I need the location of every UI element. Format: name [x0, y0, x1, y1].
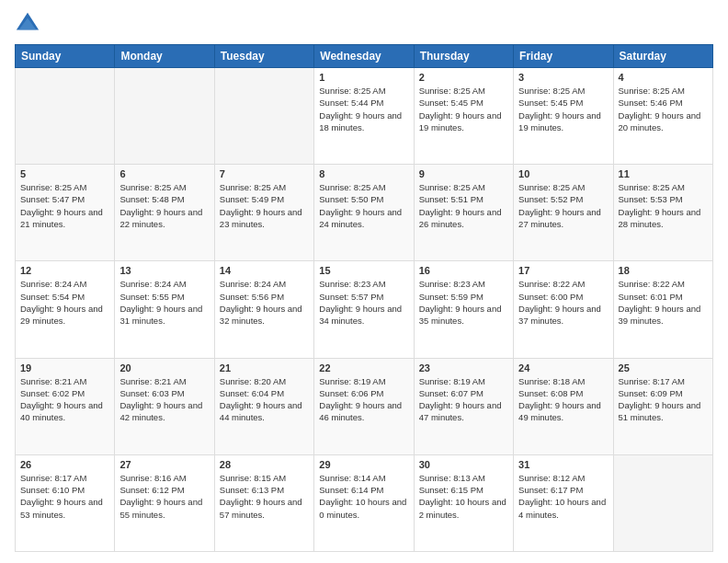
- calendar-cell: 6Sunrise: 8:25 AMSunset: 5:48 PMDaylight…: [115, 165, 214, 261]
- calendar-cell: 30Sunrise: 8:13 AMSunset: 6:15 PMDayligh…: [414, 454, 513, 551]
- day-number: 31: [518, 459, 608, 470]
- week-row-1: 1Sunrise: 8:25 AMSunset: 5:44 PMDaylight…: [16, 68, 713, 165]
- day-info: Sunrise: 8:15 AMSunset: 6:13 PMDaylight:…: [220, 472, 309, 521]
- week-row-4: 19Sunrise: 8:21 AMSunset: 6:02 PMDayligh…: [16, 358, 713, 454]
- calendar-cell: 18Sunrise: 8:22 AMSunset: 6:01 PMDayligh…: [613, 261, 712, 358]
- day-number: 21: [220, 362, 309, 373]
- calendar-cell: 16Sunrise: 8:23 AMSunset: 5:59 PMDayligh…: [414, 261, 513, 358]
- day-info: Sunrise: 8:22 AMSunset: 6:00 PMDaylight:…: [518, 278, 608, 327]
- day-info: Sunrise: 8:17 AMSunset: 6:09 PMDaylight:…: [619, 375, 708, 424]
- calendar-cell: [214, 68, 313, 165]
- calendar-cell: 22Sunrise: 8:19 AMSunset: 6:06 PMDayligh…: [314, 358, 414, 454]
- day-number: 16: [419, 265, 508, 276]
- calendar-cell: 21Sunrise: 8:20 AMSunset: 6:04 PMDayligh…: [214, 358, 313, 454]
- week-row-5: 26Sunrise: 8:17 AMSunset: 6:10 PMDayligh…: [16, 454, 713, 551]
- day-number: 17: [518, 265, 608, 276]
- weekday-header-tuesday: Tuesday: [214, 45, 313, 68]
- logo-icon: [15, 11, 40, 37]
- calendar-cell: 12Sunrise: 8:24 AMSunset: 5:54 PMDayligh…: [16, 261, 115, 358]
- day-info: Sunrise: 8:24 AMSunset: 5:55 PMDaylight:…: [119, 278, 209, 327]
- day-info: Sunrise: 8:16 AMSunset: 6:12 PMDaylight:…: [119, 472, 209, 521]
- day-info: Sunrise: 8:20 AMSunset: 6:04 PMDaylight:…: [220, 375, 309, 424]
- day-info: Sunrise: 8:23 AMSunset: 5:57 PMDaylight:…: [319, 278, 408, 327]
- day-number: 23: [419, 362, 508, 373]
- calendar-cell: 3Sunrise: 8:25 AMSunset: 5:45 PMDaylight…: [514, 68, 613, 165]
- calendar-cell: 10Sunrise: 8:25 AMSunset: 5:52 PMDayligh…: [514, 165, 613, 261]
- day-info: Sunrise: 8:24 AMSunset: 5:56 PMDaylight:…: [220, 278, 309, 327]
- day-info: Sunrise: 8:25 AMSunset: 5:44 PMDaylight:…: [319, 85, 408, 133]
- calendar-cell: 15Sunrise: 8:23 AMSunset: 5:57 PMDayligh…: [314, 261, 414, 358]
- day-info: Sunrise: 8:14 AMSunset: 6:14 PMDaylight:…: [319, 472, 408, 521]
- day-info: Sunrise: 8:25 AMSunset: 5:49 PMDaylight:…: [220, 181, 309, 230]
- day-number: 7: [220, 168, 309, 179]
- weekday-header-thursday: Thursday: [414, 45, 513, 68]
- day-info: Sunrise: 8:22 AMSunset: 6:01 PMDaylight:…: [619, 278, 708, 327]
- day-number: 22: [319, 362, 408, 373]
- day-number: 19: [20, 362, 109, 373]
- day-info: Sunrise: 8:25 AMSunset: 5:50 PMDaylight:…: [319, 181, 408, 230]
- day-number: 8: [319, 168, 408, 179]
- day-number: 18: [619, 265, 708, 276]
- calendar-cell: 11Sunrise: 8:25 AMSunset: 5:53 PMDayligh…: [613, 165, 712, 261]
- day-info: Sunrise: 8:25 AMSunset: 5:47 PMDaylight:…: [20, 181, 109, 230]
- day-number: 24: [518, 362, 608, 373]
- weekday-header-sunday: Sunday: [16, 45, 115, 68]
- day-info: Sunrise: 8:19 AMSunset: 6:06 PMDaylight:…: [319, 375, 408, 424]
- day-info: Sunrise: 8:25 AMSunset: 5:48 PMDaylight:…: [119, 181, 209, 230]
- day-number: 14: [220, 265, 309, 276]
- day-info: Sunrise: 8:24 AMSunset: 5:54 PMDaylight:…: [20, 278, 109, 327]
- day-number: 30: [419, 459, 508, 470]
- header: [15, 11, 713, 37]
- day-info: Sunrise: 8:25 AMSunset: 5:52 PMDaylight:…: [518, 181, 608, 230]
- calendar-cell: 13Sunrise: 8:24 AMSunset: 5:55 PMDayligh…: [115, 261, 214, 358]
- day-info: Sunrise: 8:23 AMSunset: 5:59 PMDaylight:…: [419, 278, 508, 327]
- page: SundayMondayTuesdayWednesdayThursdayFrid…: [0, 0, 728, 563]
- week-row-3: 12Sunrise: 8:24 AMSunset: 5:54 PMDayligh…: [16, 261, 713, 358]
- day-info: Sunrise: 8:25 AMSunset: 5:46 PMDaylight:…: [619, 85, 708, 133]
- weekday-header-friday: Friday: [514, 45, 613, 68]
- day-number: 25: [619, 362, 708, 373]
- calendar-cell: 20Sunrise: 8:21 AMSunset: 6:03 PMDayligh…: [115, 358, 214, 454]
- day-info: Sunrise: 8:18 AMSunset: 6:08 PMDaylight:…: [518, 375, 608, 424]
- calendar-cell: 19Sunrise: 8:21 AMSunset: 6:02 PMDayligh…: [16, 358, 115, 454]
- day-number: 2: [419, 72, 508, 83]
- day-number: 28: [220, 459, 309, 470]
- weekday-header-wednesday: Wednesday: [314, 45, 414, 68]
- day-number: 6: [119, 168, 209, 179]
- day-info: Sunrise: 8:25 AMSunset: 5:53 PMDaylight:…: [619, 181, 708, 230]
- calendar-cell: 31Sunrise: 8:12 AMSunset: 6:17 PMDayligh…: [514, 454, 613, 551]
- day-info: Sunrise: 8:25 AMSunset: 5:51 PMDaylight:…: [419, 181, 508, 230]
- weekday-header-monday: Monday: [115, 45, 214, 68]
- day-number: 4: [619, 72, 708, 83]
- weekday-header-saturday: Saturday: [613, 45, 712, 68]
- calendar-cell: 1Sunrise: 8:25 AMSunset: 5:44 PMDaylight…: [314, 68, 414, 165]
- day-number: 15: [319, 265, 408, 276]
- day-info: Sunrise: 8:21 AMSunset: 6:03 PMDaylight:…: [119, 375, 209, 424]
- calendar-cell: 7Sunrise: 8:25 AMSunset: 5:49 PMDaylight…: [214, 165, 313, 261]
- day-info: Sunrise: 8:21 AMSunset: 6:02 PMDaylight:…: [20, 375, 109, 424]
- calendar-cell: 28Sunrise: 8:15 AMSunset: 6:13 PMDayligh…: [214, 454, 313, 551]
- day-number: 12: [20, 265, 109, 276]
- day-number: 5: [20, 168, 109, 179]
- calendar-table: SundayMondayTuesdayWednesdayThursdayFrid…: [15, 44, 713, 552]
- day-number: 3: [518, 72, 608, 83]
- calendar-cell: [16, 68, 115, 165]
- calendar-cell: [115, 68, 214, 165]
- calendar-cell: 25Sunrise: 8:17 AMSunset: 6:09 PMDayligh…: [613, 358, 712, 454]
- day-number: 11: [619, 168, 708, 179]
- day-number: 20: [119, 362, 209, 373]
- calendar-cell: 27Sunrise: 8:16 AMSunset: 6:12 PMDayligh…: [115, 454, 214, 551]
- weekday-header-row: SundayMondayTuesdayWednesdayThursdayFrid…: [16, 45, 713, 68]
- day-number: 27: [119, 459, 209, 470]
- day-info: Sunrise: 8:25 AMSunset: 5:45 PMDaylight:…: [419, 85, 508, 133]
- day-info: Sunrise: 8:25 AMSunset: 5:45 PMDaylight:…: [518, 85, 608, 133]
- day-number: 9: [419, 168, 508, 179]
- day-number: 13: [119, 265, 209, 276]
- calendar-cell: 2Sunrise: 8:25 AMSunset: 5:45 PMDaylight…: [414, 68, 513, 165]
- logo: [15, 11, 44, 37]
- calendar-cell: 23Sunrise: 8:19 AMSunset: 6:07 PMDayligh…: [414, 358, 513, 454]
- calendar-cell: 9Sunrise: 8:25 AMSunset: 5:51 PMDaylight…: [414, 165, 513, 261]
- calendar-cell: 14Sunrise: 8:24 AMSunset: 5:56 PMDayligh…: [214, 261, 313, 358]
- day-number: 1: [319, 72, 408, 83]
- day-number: 26: [20, 459, 109, 470]
